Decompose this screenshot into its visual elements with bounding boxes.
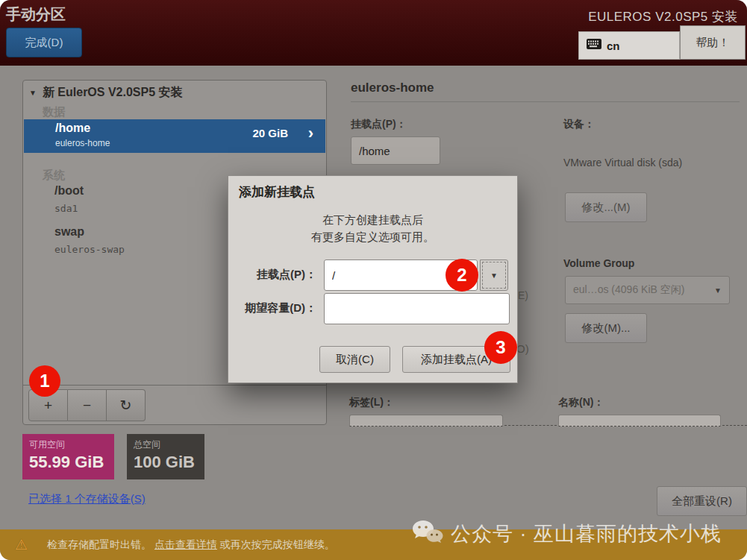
- modify-device-button-label: 修改...(M): [582, 201, 631, 215]
- tree-root-row[interactable]: ▼ 新 EulerOS V2.0SP5 安装: [29, 85, 183, 101]
- watermark: 公众号 · 巫山暮雨的技术小栈: [410, 519, 722, 549]
- label-input-clipped[interactable]: [349, 415, 503, 427]
- keyboard-layout-value: cn: [607, 40, 620, 52]
- clipped-divider: [504, 425, 557, 426]
- dialog-description: 在下方创建挂载点后 有更多自定义选项可用。: [251, 211, 495, 245]
- page-title: 手动分区: [6, 4, 66, 25]
- mount-point-label: 挂载点(P)：: [351, 118, 407, 131]
- dialog-description-line2: 有更多自定义选项可用。: [251, 228, 495, 245]
- mount-label: /home: [55, 122, 90, 135]
- tree-row-swap[interactable]: swap: [54, 225, 84, 239]
- reload-icon: ↻: [120, 397, 132, 414]
- header-bar: 手动分区 EULEROS V2.0SP5 安装 完成(D) cn 帮助！: [0, 0, 747, 66]
- name-input-clipped[interactable]: [558, 415, 721, 427]
- tree-row-home[interactable]: /home euleros-home 20 GiB ›: [24, 119, 325, 153]
- name-field-label: 名称(N)：: [558, 396, 604, 409]
- cancel-button-label: 取消(C): [336, 353, 374, 367]
- done-button-label: 完成(D): [25, 36, 63, 50]
- dialog-capacity-label: 期望容量(D)：: [234, 301, 316, 315]
- dialog-title: 添加新挂载点: [239, 183, 315, 201]
- status-message-suffix: 或再次按完成按钮继续。: [220, 538, 335, 550]
- volume-group-select[interactable]: eul…os (4096 KiB 空闲) ▼: [565, 276, 730, 304]
- total-space-label: 总空间: [134, 438, 198, 451]
- installer-window: 手动分区 EULEROS V2.0SP5 安装 完成(D) cn 帮助！ ▼ 新…: [0, 0, 747, 560]
- tree-row-boot[interactable]: /boot: [54, 184, 84, 198]
- tree-group-system: 系统: [43, 169, 65, 183]
- status-message: 检查存储配置时出错。 点击查看详情 或再次按完成按钮继续。: [47, 538, 335, 552]
- keyboard-layout-selector[interactable]: cn: [578, 31, 680, 60]
- add-mount-point-confirm-button-label: 添加挂载点(A): [421, 353, 492, 367]
- dropdown-arrow-icon: ▼: [714, 286, 722, 295]
- modify-volume-group-button-label: 修改(M)...: [582, 321, 631, 336]
- device-section-label: 设备：: [563, 118, 595, 131]
- dialog-description-line1: 在下方创建挂载点后: [251, 211, 495, 228]
- view-details-link[interactable]: 点击查看详情: [154, 538, 217, 550]
- detail-divider: [351, 101, 740, 102]
- size-label: 20 GiB: [252, 127, 288, 139]
- volume-group-label: Volume Group: [563, 257, 634, 269]
- help-button-label: 帮助！: [696, 36, 730, 50]
- cancel-button[interactable]: 取消(C): [319, 346, 390, 373]
- available-space-box: 可用空间 55.99 GiB: [22, 434, 114, 479]
- modify-device-button[interactable]: 修改...(M): [565, 192, 647, 222]
- total-space-box: 总空间 100 GiB: [127, 434, 204, 479]
- chevron-right-icon: ›: [308, 124, 313, 143]
- dialog-mount-point-dropdown-button[interactable]: ▼: [480, 259, 508, 291]
- expander-icon[interactable]: ▼: [29, 89, 37, 97]
- label-field-label: 标签(L)：: [349, 396, 394, 409]
- volume-group-value: eul…os (4096 KiB 空闲): [573, 283, 684, 297]
- reload-button[interactable]: ↻: [107, 389, 146, 421]
- dialog-capacity-input[interactable]: [324, 293, 510, 324]
- step-3-badge: 3: [484, 331, 517, 364]
- reset-all-button-label: 全部重设(R): [672, 494, 732, 509]
- device-label: euleros-home: [55, 138, 110, 148]
- device-label: sda1: [54, 203, 78, 214]
- watermark-text: 公众号 · 巫山暮雨的技术小栈: [451, 520, 722, 547]
- keyboard-icon: [587, 39, 601, 52]
- available-space-value: 55.99 GiB: [29, 453, 107, 472]
- wechat-icon: [410, 519, 443, 549]
- clipped-divider: [722, 425, 747, 426]
- warning-icon: ⚠: [15, 536, 28, 553]
- remove-mount-button[interactable]: −: [68, 389, 107, 421]
- total-space-value: 100 GiB: [134, 453, 198, 472]
- tree-root-label: 新 EulerOS V2.0SP5 安装: [43, 85, 183, 101]
- step-1-badge: 1: [29, 365, 60, 397]
- done-button[interactable]: 完成(D): [6, 28, 82, 57]
- add-icon: +: [44, 397, 52, 414]
- tree-group-data: 数据: [43, 105, 65, 119]
- product-title: EULEROS V2.0SP5 安装: [588, 8, 738, 25]
- status-message-prefix: 检查存储配置时出错。: [47, 538, 151, 550]
- device-label: euleros-swap: [54, 244, 125, 255]
- dialog-mount-point-label: 挂载点(P)：: [234, 268, 316, 282]
- reset-all-button[interactable]: 全部重设(R): [657, 486, 747, 516]
- modify-volume-group-button[interactable]: 修改(M)...: [565, 313, 647, 343]
- remove-icon: −: [83, 397, 91, 414]
- selected-devices-link[interactable]: 已选择 1 个存储设备(S): [28, 492, 146, 506]
- clipped-label-fragment: E): [518, 289, 528, 301]
- mount-point-input[interactable]: [351, 136, 440, 165]
- tree-toolbar: + − ↻: [23, 385, 326, 424]
- step-2-badge: 2: [446, 259, 478, 292]
- help-button[interactable]: 帮助！: [680, 25, 746, 60]
- dropdown-arrow-icon: ▼: [490, 271, 498, 280]
- detail-panel-title: euleros-home: [351, 81, 434, 95]
- device-value: VMware Virtual disk (sda): [563, 157, 682, 169]
- available-space-label: 可用空间: [29, 438, 107, 451]
